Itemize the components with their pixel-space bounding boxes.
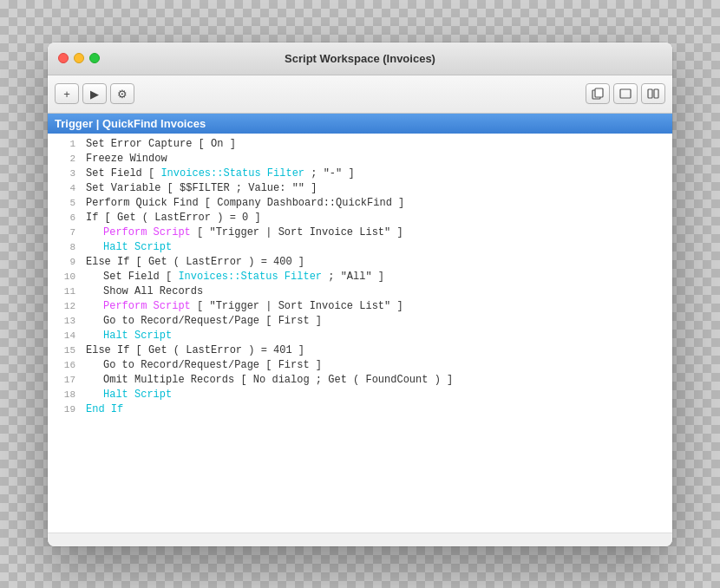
line-number: 10 <box>55 271 75 282</box>
svg-rect-1 <box>595 88 603 97</box>
line-number: 9 <box>55 257 75 267</box>
line-number: 16 <box>55 360 75 370</box>
window-title: Script Workspace (Invoices) <box>285 52 435 65</box>
line-number: 1 <box>55 139 75 149</box>
table-row: 4Set Variable [ $$FILTER ; Value: "" ] <box>48 181 672 196</box>
line-content: Halt Script <box>86 241 172 253</box>
line-content: Else If [ Get ( LastError ) = 400 ] <box>86 256 304 268</box>
line-content: Perform Quick Find [ Company Dashboard::… <box>86 197 404 209</box>
svg-rect-2 <box>620 89 631 98</box>
script-name-header: Trigger | QuickFind Invoices <box>48 114 672 134</box>
table-row: 19End If <box>48 402 672 417</box>
line-number: 18 <box>55 389 75 400</box>
line-number: 19 <box>55 404 75 415</box>
line-number: 13 <box>55 316 75 326</box>
toolbar-right <box>586 83 665 104</box>
titlebar: Script Workspace (Invoices) <box>48 42 672 75</box>
line-content: Omit Multiple Records [ No dialog ; Get … <box>86 374 453 386</box>
toolbar-left: + ▶ ⚙ <box>55 83 134 104</box>
minimize-button[interactable] <box>74 53 84 63</box>
line-content: Halt Script <box>86 389 172 401</box>
split-panel-button[interactable] <box>641 83 665 104</box>
status-bar <box>48 532 672 546</box>
script-workspace-window: Script Workspace (Invoices) + ▶ ⚙ <box>48 42 672 546</box>
table-row: 5Perform Quick Find [ Company Dashboard:… <box>48 196 672 211</box>
maximize-button[interactable] <box>89 53 100 63</box>
table-row: 13Go to Record/Request/Page [ First ] <box>48 314 672 329</box>
line-number: 5 <box>55 198 75 208</box>
table-row: 9Else If [ Get ( LastError ) = 400 ] <box>48 255 672 270</box>
line-number: 8 <box>55 242 75 252</box>
toolbar: + ▶ ⚙ <box>48 75 672 114</box>
line-content: Halt Script <box>86 330 172 342</box>
line-content: Show All Records <box>86 285 203 297</box>
line-content: Go to Record/Request/Page [ First ] <box>86 359 322 371</box>
line-content: Perform Script [ "Trigger | Sort Invoice… <box>86 226 403 238</box>
line-number: 11 <box>55 286 75 297</box>
table-row: 15Else If [ Get ( LastError ) = 401 ] <box>48 343 672 358</box>
svg-rect-4 <box>654 89 658 98</box>
debug-script-button[interactable]: ⚙ <box>110 83 134 104</box>
line-number: 7 <box>55 227 75 238</box>
line-content: Set Field [ Invoices::Status Filter ; "-… <box>86 167 355 180</box>
code-editor[interactable]: 1Set Error Capture [ On ]2Freeze Window3… <box>48 134 672 532</box>
table-row: 12Perform Script [ "Trigger | Sort Invoi… <box>48 299 672 314</box>
line-number: 3 <box>55 168 75 179</box>
line-number: 2 <box>55 154 75 164</box>
table-row: 14Halt Script <box>48 329 672 343</box>
line-number: 6 <box>55 212 75 223</box>
traffic-lights <box>58 53 100 63</box>
line-content: Set Field [ Invoices::Status Filter ; "A… <box>86 271 384 283</box>
table-row: 10Set Field [ Invoices::Status Filter ; … <box>48 270 672 284</box>
line-content: If [ Get ( LastError ) = 0 ] <box>86 212 261 224</box>
line-number: 17 <box>55 375 75 385</box>
line-content: Set Variable [ $$FILTER ; Value: "" ] <box>86 182 317 194</box>
line-number: 15 <box>55 345 75 356</box>
table-row: 2Freeze Window <box>48 152 672 167</box>
line-number: 14 <box>55 330 75 341</box>
line-content: End If <box>86 403 123 415</box>
table-row: 16Go to Record/Request/Page [ First ] <box>48 358 672 373</box>
line-content: Set Error Capture [ On ] <box>86 138 236 150</box>
table-row: 3Set Field [ Invoices::Status Filter ; "… <box>48 167 672 181</box>
table-row: 11Show All Records <box>48 284 672 299</box>
table-row: 1Set Error Capture [ On ] <box>48 137 672 152</box>
table-row: 7Perform Script [ "Trigger | Sort Invoic… <box>48 225 672 240</box>
line-content: Freeze Window <box>86 153 167 165</box>
add-script-button[interactable]: + <box>55 83 79 104</box>
line-content: Else If [ Get ( LastError ) = 401 ] <box>86 344 304 356</box>
close-button[interactable] <box>58 53 69 63</box>
single-panel-button[interactable] <box>613 83 638 104</box>
table-row: 17Omit Multiple Records [ No dialog ; Ge… <box>48 373 672 388</box>
svg-rect-3 <box>648 89 652 98</box>
line-content: Go to Record/Request/Page [ First ] <box>86 315 322 327</box>
table-row: 8Halt Script <box>48 240 672 255</box>
line-content: Perform Script [ "Trigger | Sort Invoice… <box>86 300 403 312</box>
run-script-button[interactable]: ▶ <box>82 83 107 104</box>
line-number: 12 <box>55 301 75 311</box>
line-number: 4 <box>55 183 75 193</box>
table-row: 18Halt Script <box>48 388 672 402</box>
copy-button[interactable] <box>586 83 610 104</box>
table-row: 6If [ Get ( LastError ) = 0 ] <box>48 211 672 225</box>
